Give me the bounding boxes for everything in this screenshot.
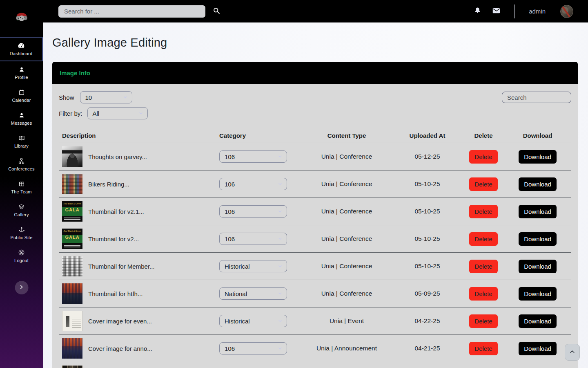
row-uploaded-at: 05-10-25 <box>392 263 463 270</box>
category-select[interactable]: 106 <box>219 150 287 163</box>
filter-by-label: Filter by: <box>59 110 82 117</box>
chevron-up-icon <box>569 349 575 356</box>
scroll-to-top-button[interactable] <box>565 344 580 361</box>
category-select[interactable]: Historical <box>219 260 287 272</box>
column-header-download: Download <box>504 132 571 139</box>
row-content-type: Unia | Conference <box>302 153 392 160</box>
category-select[interactable]: Historical <box>219 315 287 327</box>
category-select[interactable]: 106 <box>219 342 287 355</box>
download-button[interactable]: Download <box>519 150 557 164</box>
sitemap-icon <box>18 158 25 164</box>
filter-select-value: All <box>93 110 100 117</box>
page-title: Gallery Image Editing <box>52 36 578 49</box>
row-uploaded-at: 05-09-25 <box>392 290 463 297</box>
table-row: Cover image for even... Historical Unia … <box>59 307 571 335</box>
show-select-value: 10 <box>85 94 92 101</box>
download-button[interactable]: Download <box>519 314 557 328</box>
sidebar-item-the-team[interactable]: The Team <box>0 176 43 199</box>
user-avatar[interactable] <box>560 5 573 18</box>
category-select[interactable]: 106 <box>219 233 287 245</box>
column-header-delete: Delete <box>463 132 504 139</box>
row-content-type: Unia | Conference <box>302 180 392 188</box>
row-thumbnail-image <box>62 366 82 368</box>
download-button[interactable]: Download <box>519 287 557 301</box>
filter-select[interactable]: All <box>87 107 148 119</box>
delete-button[interactable]: Delete <box>469 260 497 273</box>
row-uploaded-at: 04-21-25 <box>392 345 463 352</box>
download-button[interactable]: Download <box>519 260 557 273</box>
row-uploaded-at: 05-12-25 <box>392 153 463 160</box>
download-button[interactable]: Download <box>519 205 557 218</box>
messages-button[interactable] <box>492 7 501 16</box>
sidebar-collapse-button[interactable] <box>15 281 28 294</box>
delete-button[interactable]: Delete <box>469 287 497 301</box>
gala-poster-title: GALA <box>62 207 82 212</box>
row-description: Thumbnail for htfh... <box>88 290 143 297</box>
sidebar-item-calendar[interactable]: Calendar <box>0 84 43 107</box>
sidebar-item-public-site[interactable]: Public Site <box>0 222 43 245</box>
chevron-down-icon <box>278 264 283 269</box>
image-info-panel: Image Info Show 10 Filter by: All <box>52 62 578 368</box>
row-content-type: Unia | Event <box>302 317 392 325</box>
row-description: Cover image for even... <box>88 318 152 325</box>
username-label: admin <box>529 8 546 15</box>
category-select-value: 106 <box>225 345 235 352</box>
gala-poster-heading: Red Black & Green <box>62 229 82 232</box>
bell-icon <box>474 7 481 16</box>
delete-button[interactable]: Delete <box>469 342 497 355</box>
gala-poster-title: GALA <box>62 235 82 240</box>
row-uploaded-at: 05-10-25 <box>392 235 463 242</box>
category-select-value: 106 <box>225 208 235 215</box>
unia-emblem-icon <box>14 11 29 26</box>
sidebar-item-library[interactable]: Library <box>0 130 43 153</box>
row-description: Cover image for anno... <box>88 345 152 352</box>
brand-logo[interactable] <box>0 0 43 37</box>
user-icon <box>18 112 25 119</box>
delete-button[interactable]: Delete <box>469 150 497 164</box>
delete-button[interactable]: Delete <box>469 177 497 191</box>
chevron-down-icon <box>278 236 283 241</box>
sidebar-item-gallery[interactable]: Gallery <box>0 199 43 222</box>
chevron-down-icon <box>278 209 283 214</box>
sidebar-nav: Dashboard Profile Calendar Messages Libr… <box>0 37 43 267</box>
download-button[interactable]: Download <box>519 177 557 191</box>
delete-button[interactable]: Delete <box>469 205 497 218</box>
sidebar-item-profile[interactable]: Profile <box>0 61 43 84</box>
row-thumbnail-image <box>62 283 82 304</box>
category-select-value: 106 <box>225 181 235 188</box>
category-select[interactable]: 106 <box>219 205 287 218</box>
notifications-button[interactable] <box>474 7 481 16</box>
table-icon <box>18 181 25 187</box>
table-search-input[interactable] <box>502 92 571 103</box>
table-body: Thoughts on garvey... 106 Unia | Confere… <box>59 143 571 368</box>
download-button[interactable]: Download <box>519 232 557 246</box>
row-content-type: Unia | Conference <box>302 208 392 215</box>
row-thumbnail-image <box>62 174 82 194</box>
column-header-content-type: Content Type <box>302 132 392 139</box>
table-row: Bikers Riding... 106 Unia | Conference 0… <box>59 171 571 198</box>
global-search-input[interactable] <box>58 5 205 18</box>
table-row: Cover image for anno... 106 Unia | Annou… <box>59 335 571 362</box>
row-thumbnail-image: Red Black & GreenGALA <box>62 229 82 249</box>
category-select-value: Historical <box>225 318 250 325</box>
sidebar-item-conferences[interactable]: Conferences <box>0 153 43 176</box>
row-content-type: Unia | Conference <box>302 235 392 242</box>
delete-button[interactable]: Delete <box>469 232 497 246</box>
user-icon <box>18 66 25 73</box>
search-button[interactable] <box>212 7 220 16</box>
sidebar-item-dashboard[interactable]: Dashboard <box>0 37 43 61</box>
category-select[interactable]: National <box>219 287 287 300</box>
sidebar-item-logout[interactable]: Logout <box>0 245 43 267</box>
show-label: Show <box>59 94 74 101</box>
show-select[interactable]: 10 <box>80 91 132 103</box>
table-row: Red Black & GreenGALA Thumbnail for v2..… <box>59 225 571 253</box>
download-button[interactable]: Download <box>519 342 557 355</box>
row-description: Thumbnail for v2.1... <box>88 208 144 215</box>
calendar-icon <box>18 89 25 96</box>
images-table: Description Category Content Type Upload… <box>59 128 571 368</box>
row-thumbnail-image <box>62 146 82 167</box>
sidebar: Dashboard Profile Calendar Messages Libr… <box>0 0 43 368</box>
category-select[interactable]: 106 <box>219 178 287 190</box>
delete-button[interactable]: Delete <box>469 314 497 328</box>
sidebar-item-messages[interactable]: Messages <box>0 107 43 130</box>
